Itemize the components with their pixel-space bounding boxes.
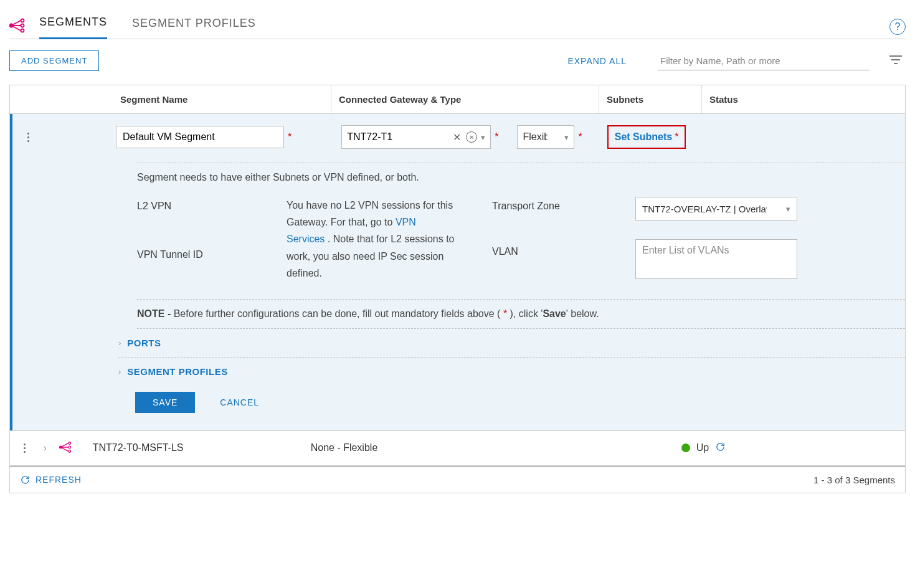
- vlan-input[interactable]: Enter List of VLANs: [635, 239, 797, 279]
- subnet-hint: Segment needs to have either Subnets or …: [137, 172, 905, 183]
- expand-all-button[interactable]: EXPAND ALL: [567, 56, 627, 66]
- svg-point-3: [21, 29, 24, 32]
- filter-icon[interactable]: [888, 54, 906, 67]
- chevron-down-icon[interactable]: ▾: [786, 204, 790, 214]
- clear-text-icon[interactable]: ✕: [453, 131, 461, 143]
- segment-profiles-section[interactable]: › SEGMENT PROFILES: [118, 358, 905, 386]
- transport-zone-label: Transport Zone: [492, 201, 598, 212]
- svg-point-0: [10, 24, 13, 27]
- expand-row-icon[interactable]: ›: [44, 443, 47, 453]
- grid-header: Segment Name Connected Gateway & Type Su…: [10, 85, 905, 114]
- tab-segments[interactable]: SEGMENTS: [39, 9, 107, 39]
- tab-segment-profiles[interactable]: SEGMENT PROFILES: [132, 11, 256, 39]
- set-subnets-label: Set Subnets: [615, 131, 672, 143]
- col-gateway: Connected Gateway & Type: [331, 85, 599, 113]
- vpn-tunnel-id-label: VPN Tunnel ID: [137, 249, 249, 260]
- svg-point-8: [69, 442, 71, 445]
- col-subnets: Subnets: [599, 85, 701, 113]
- refresh-button[interactable]: REFRESH: [20, 475, 82, 485]
- segment-icon: [59, 440, 74, 457]
- l2vpn-label: L2 VPN: [137, 201, 249, 212]
- segments-grid: Segment Name Connected Gateway & Type Su…: [9, 85, 906, 466]
- tabs-row: SEGMENTS SEGMENT PROFILES ?: [9, 9, 906, 39]
- gateway-type-select[interactable]: Flexible ▾: [517, 125, 574, 149]
- ports-section[interactable]: › PORTS: [118, 329, 905, 358]
- required-marker: *: [288, 131, 292, 143]
- cancel-button[interactable]: CANCEL: [220, 397, 259, 407]
- row-name: TNT72-T0-MSFT-LS: [93, 442, 311, 453]
- filter-input[interactable]: [658, 52, 870, 70]
- vlan-label: VLAN: [492, 246, 598, 257]
- status-up-icon: [681, 443, 690, 452]
- required-marker: *: [675, 131, 678, 143]
- chevron-down-icon[interactable]: ▾: [481, 133, 485, 142]
- svg-point-10: [69, 450, 71, 452]
- row-menu-icon[interactable]: [21, 133, 35, 142]
- transport-zone-value: TNT72-OVERLAY-TZ | Overlay: [642, 204, 767, 214]
- chevron-right-icon: ›: [118, 367, 121, 376]
- set-subnets-button[interactable]: Set Subnets *: [607, 125, 686, 149]
- svg-point-7: [59, 446, 62, 448]
- table-row: › TNT72-T0-MSFT-LS None - Flexible Up: [10, 430, 905, 465]
- col-status: Status: [701, 85, 905, 113]
- ports-label: PORTS: [127, 338, 161, 348]
- refresh-label: REFRESH: [36, 475, 82, 485]
- transport-zone-select[interactable]: TNT72-OVERLAY-TZ | Overlay ▾: [635, 197, 797, 220]
- l2vpn-info: You have no L2 VPN sessions for this Gat…: [287, 197, 455, 282]
- clear-circle-icon[interactable]: ✕: [466, 131, 477, 143]
- svg-point-2: [21, 24, 24, 27]
- segment-edit-row: * ✕ ✕ ▾ * Flexible ▾ * Set Subnets * Seg…: [10, 114, 905, 430]
- toolbar: ADD SEGMENT EXPAND ALL: [9, 50, 906, 71]
- refresh-status-icon[interactable]: [715, 442, 726, 455]
- segment-name-input[interactable]: [116, 126, 284, 148]
- row-gateway: None - Flexible: [311, 442, 579, 453]
- connected-gateway-combo[interactable]: ✕ ✕ ▾: [341, 125, 491, 149]
- chevron-down-icon[interactable]: ▾: [564, 133, 569, 142]
- row-count: 1 - 3 of 3 Segments: [813, 475, 895, 485]
- connected-gateway-input[interactable]: [347, 131, 453, 143]
- row-menu-icon[interactable]: [17, 443, 31, 453]
- required-marker: *: [578, 131, 582, 143]
- status-label: Up: [696, 442, 709, 453]
- add-segment-button[interactable]: ADD SEGMENT: [9, 50, 99, 71]
- required-marker: *: [495, 131, 498, 143]
- grid-footer: REFRESH 1 - 3 of 3 Segments: [9, 466, 906, 493]
- segments-icon: [9, 16, 28, 35]
- col-segment-name: Segment Name: [113, 85, 331, 113]
- segment-profiles-label: SEGMENT PROFILES: [127, 366, 227, 377]
- note-row: NOTE - Before further configurations can…: [137, 299, 905, 329]
- svg-point-1: [21, 19, 24, 22]
- chevron-right-icon: ›: [118, 338, 121, 348]
- gateway-type-value: Flexible: [523, 131, 548, 143]
- save-button[interactable]: SAVE: [135, 392, 195, 413]
- svg-point-9: [69, 446, 71, 448]
- help-icon[interactable]: ?: [889, 19, 906, 35]
